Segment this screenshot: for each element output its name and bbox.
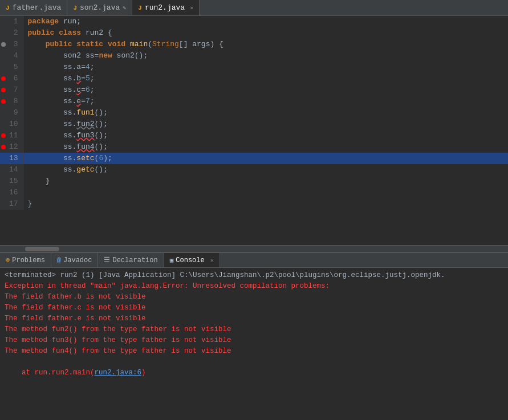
tab-bar: J father.java J son2.java ✎ J run2.java … [0,0,508,16]
tab-label-run2: run2.java [145,3,185,12]
console-error-line-6: The method fun4() from the type father i… [5,346,503,357]
code-editor: 1 package run; 2 public class run2 { 3 p… [0,16,508,252]
line-code-6[interactable]: ss.b=5; [23,73,508,84]
line-number-17: 17 [0,198,23,210]
tab-console[interactable]: ▣ Console ✕ [164,253,220,267]
tab-problems[interactable]: ⊗ Problems [0,253,51,267]
problems-icon: ⊗ [6,256,10,264]
tab-close-run2[interactable]: ✕ [190,5,193,11]
console-icon: ▣ [170,256,174,264]
table-row: 12 ss.fun4(); [0,141,508,153]
table-row: 4 son2 ss=new son2(); [0,50,508,62]
console-error-blank [5,357,503,368]
line-code-13[interactable]: ss.setc(6); [23,153,508,164]
java-file-icon: J [6,5,10,11]
line-code-17[interactable]: } [23,198,508,210]
line-number-12: 12 [0,141,23,153]
line-number-7: 7 [0,84,23,96]
line-number-5: 5 [0,62,23,73]
scrollbar-thumb[interactable] [25,247,59,251]
tab-label-father: father.java [13,3,62,12]
table-row: 1 package run; [0,16,508,27]
line-code-15[interactable]: } [23,176,508,187]
table-row: 16 [0,187,508,198]
console-error-line-4: The method fun2() from the type father i… [5,324,503,335]
modified-indicator: ✎ [123,5,126,11]
table-row: 14 ss.getc(); [0,164,508,176]
tab-father-java[interactable]: J father.java [0,0,67,15]
code-table: 1 package run; 2 public class run2 { 3 p… [0,16,508,210]
line-code-2[interactable]: public class run2 { [23,27,508,39]
line-number-2: 2 [0,27,23,39]
line-code-1[interactable]: package run; [23,16,508,27]
line-code-14[interactable]: ss.getc(); [23,164,508,176]
declaration-icon: ☰ [104,256,110,264]
code-scroll-area[interactable]: 1 package run; 2 public class run2 { 3 p… [0,16,508,245]
line-number-15: 15 [0,176,23,187]
table-row: 13 ss.setc(6); [0,153,508,164]
tab-label-javadoc: Javadoc [63,256,92,264]
line-code-7[interactable]: ss.c=6; [23,84,508,96]
console-error-line-1: The field father.b is not visible [5,292,503,303]
console-error-line-3: The field father.e is not visible [5,313,503,324]
panel-tab-bar: ⊗ Problems @ Javadoc ☰ Declaration ▣ Con… [0,253,508,268]
horizontal-scrollbar[interactable] [0,245,508,252]
javadoc-icon: @ [57,256,61,264]
line-number-14: 14 [0,164,23,176]
console-error-line-0: Exception in thread "main" java.lang.Err… [5,281,503,292]
tab-label-son2: son2.java [80,3,120,12]
table-row: 2 public class run2 { [0,27,508,39]
tab-label-problems: Problems [12,256,45,264]
line-code-4[interactable]: son2 ss=new son2(); [23,50,508,62]
bottom-panel: ⊗ Problems @ Javadoc ☰ Declaration ▣ Con… [0,252,508,420]
tab-label-declaration: Declaration [112,256,157,264]
line-code-3[interactable]: public static void main(String[] args) { [23,39,508,50]
line-number-13: 13 [0,153,23,164]
line-number-8: 8 [0,96,23,107]
console-error-line-2: The field father.c is not visible [5,303,503,313]
table-row: 5 ss.a=4; [0,62,508,73]
line-code-10[interactable]: ss.fun2(); [23,119,508,130]
table-row: 11 ss.fun3(); [0,130,508,141]
line-number-6: 6 [0,73,23,84]
stack-trace-link[interactable]: run2.java:6 [95,369,142,377]
line-code-5[interactable]: ss.a=4; [23,62,508,73]
line-code-9[interactable]: ss.fun1(); [23,107,508,119]
table-row: 8 ss.e=7; [0,96,508,107]
line-code-16[interactable] [23,187,508,198]
line-number-16: 16 [0,187,23,198]
line-code-8[interactable]: ss.e=7; [23,96,508,107]
console-output: <terminated> run2 (1) [Java Application]… [0,268,508,420]
table-row: 10 ss.fun2(); [0,119,508,130]
line-code-11[interactable]: ss.fun3(); [23,130,508,141]
line-code-12[interactable]: ss.fun4(); [23,141,508,153]
console-terminated-line: <terminated> run2 (1) [Java Application]… [5,270,503,281]
table-row: 6 ss.b=5; [0,73,508,84]
tab-label-console: Console [176,256,204,264]
table-row: 7 ss.c=6; [0,84,508,96]
line-number-4: 4 [0,50,23,62]
line-number-3: 3 [0,39,23,50]
line-number-1: 1 [0,16,23,27]
tab-son2-java[interactable]: J son2.java ✎ [67,0,132,15]
tab-declaration[interactable]: ☰ Declaration [98,253,164,267]
line-number-11: 11 [0,130,23,141]
line-number-9: 9 [0,107,23,119]
tab-run2-java[interactable]: J run2.java ✕ [132,0,200,15]
console-error-line-5: The method fun3() from the type father i… [5,335,503,346]
tab-javadoc[interactable]: @ Javadoc [51,253,99,267]
table-row: 3 public static void main(String[] args)… [0,39,508,50]
line-number-10: 10 [0,119,23,130]
console-error-line-8: at run.run2.main(run2.java:6) [5,368,503,378]
table-row: 15 } [0,176,508,187]
java-file-icon-son2: J [73,5,77,11]
table-row: 17 } [0,198,508,210]
table-row: 9 ss.fun1(); [0,107,508,119]
console-tab-close[interactable]: ✕ [210,257,214,264]
java-file-icon-run2: J [138,5,142,11]
